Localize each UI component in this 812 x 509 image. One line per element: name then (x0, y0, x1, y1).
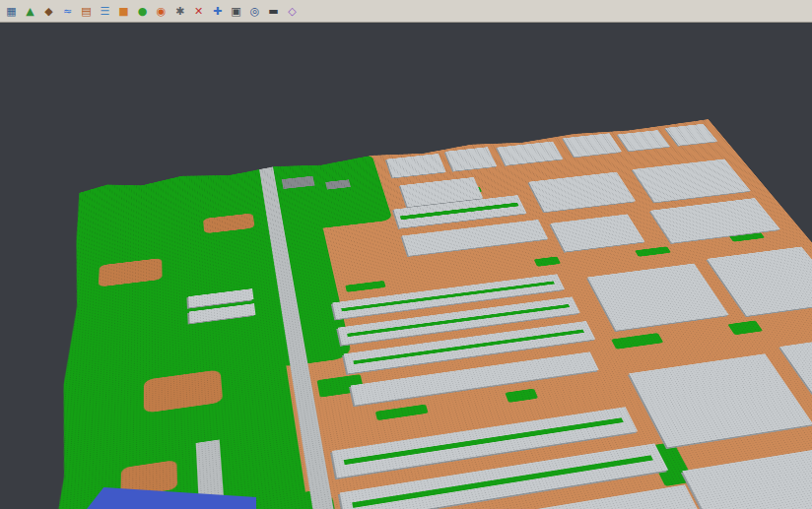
delete-icon[interactable]: ✕ (190, 3, 207, 20)
street-tree-patch (727, 320, 763, 335)
building-roof (587, 264, 728, 331)
grid-view-icon[interactable]: ▣ (228, 3, 244, 20)
terrain-icon[interactable]: ▲ (22, 3, 38, 20)
street-tree-patch (375, 405, 429, 421)
screenshot-camera-icon[interactable]: ▬ (265, 3, 282, 20)
building-roof (386, 154, 445, 177)
building-roof (665, 124, 717, 146)
texture-mesh-icon[interactable]: ◆ (40, 3, 57, 20)
settings-gear-icon[interactable]: ✱ (171, 3, 188, 20)
toolbar: ▦▲◆≈▤☰■●◉✱✕✚▣◎▬◇ (0, 0, 812, 23)
measure-icon[interactable]: ◇ (284, 3, 301, 20)
3d-viewport[interactable] (0, 23, 812, 509)
building-roof (629, 353, 812, 447)
crosshair-icon[interactable]: ✚ (209, 3, 226, 20)
open-scene-icon[interactable]: ▦ (3, 3, 20, 20)
sphere-view-icon[interactable]: ● (134, 3, 151, 20)
street-tree-patch (505, 389, 538, 403)
classification-grid-icon[interactable]: ▤ (78, 3, 95, 20)
target-point-icon[interactable]: ◉ (153, 3, 169, 20)
application-window: ▦▲◆≈▤☰■●◉✱✕✚▣◎▬◇ (0, 0, 812, 509)
building-roof (497, 142, 563, 165)
building-roof (550, 214, 644, 251)
building-roof (618, 130, 670, 151)
street-tree-patch (534, 256, 561, 266)
building-roof (563, 133, 622, 157)
water-surface-icon[interactable]: ≈ (59, 3, 76, 20)
globe-icon[interactable]: ◎ (246, 3, 263, 20)
street-tree-patch (635, 246, 671, 256)
terrain-point-cloud (11, 119, 812, 509)
street-tree-patch (611, 333, 663, 350)
building-roof (445, 147, 498, 170)
ortho-tile-icon[interactable]: ■ (115, 3, 132, 20)
building-roof (682, 444, 812, 509)
building-roof (528, 172, 636, 213)
toolbar-icons: ▦▲◆≈▤☰■●◉✱✕✚▣◎▬◇ (0, 2, 304, 21)
street-tree-patch (345, 281, 385, 292)
building-roof (633, 159, 751, 202)
layers-icon[interactable]: ☰ (97, 3, 113, 20)
